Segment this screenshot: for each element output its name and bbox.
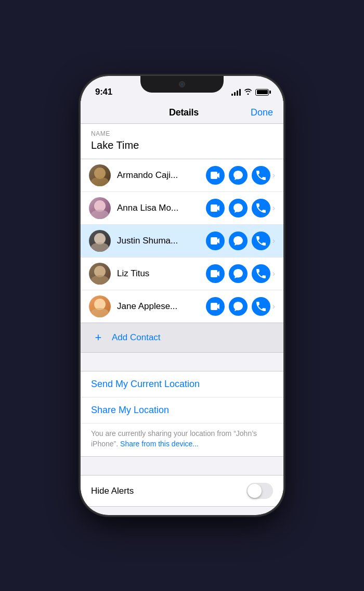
- contact-row[interactable]: Jane Applese...: [81, 290, 283, 323]
- avatar: [89, 230, 111, 252]
- location-note: You are currently sharing your location …: [81, 423, 283, 456]
- contact-name: Anna Lisa Mo...: [117, 203, 206, 213]
- group-name: Lake Time: [91, 139, 273, 151]
- send-location-item[interactable]: Send My Current Location: [81, 371, 283, 397]
- wifi-icon: [244, 88, 252, 96]
- add-contact-label: Add Contact: [112, 332, 161, 343]
- location-note-text: You are currently sharing your location …: [91, 429, 257, 448]
- status-icons: [231, 88, 269, 96]
- contact-name: Jane Applese...: [117, 301, 206, 312]
- video-call-button[interactable]: [206, 232, 225, 250]
- action-icons: [206, 232, 270, 250]
- video-call-button[interactable]: [206, 166, 225, 185]
- contacts-list: Armando Caji...: [81, 159, 283, 323]
- share-from-device-link[interactable]: Share from this device...: [120, 440, 199, 448]
- page-title: Details: [169, 107, 199, 118]
- avatar: [89, 164, 111, 186]
- phone-button[interactable]: [252, 166, 270, 185]
- contact-row[interactable]: Anna Lisa Mo...: [81, 192, 283, 225]
- message-button[interactable]: [229, 199, 248, 217]
- nav-bar: Details Done: [81, 101, 283, 124]
- contact-row[interactable]: Armando Caji...: [81, 159, 283, 192]
- avatar: [89, 197, 111, 219]
- hide-alerts-label: Hide Alerts: [91, 486, 134, 496]
- message-button[interactable]: [229, 166, 248, 185]
- share-location-label: Share My Location: [91, 405, 169, 415]
- chevron-right-icon: ›: [272, 269, 275, 278]
- name-label: NAME: [91, 130, 273, 137]
- contact-row[interactable]: Liz Titus: [81, 258, 283, 290]
- video-call-button[interactable]: [206, 264, 225, 283]
- chevron-right-icon: ›: [272, 171, 275, 180]
- send-location-label: Send My Current Location: [91, 379, 200, 389]
- contact-name: Justin Shuma...: [117, 236, 206, 246]
- video-call-button[interactable]: [206, 199, 225, 217]
- phone-button[interactable]: [252, 264, 270, 283]
- section-separator-2: [81, 457, 283, 475]
- section-separator: [81, 353, 283, 371]
- action-icons: [206, 166, 270, 185]
- hide-alerts-section: Hide Alerts: [81, 475, 283, 507]
- phone-frame: 9:41: [81, 76, 283, 515]
- hide-alerts-toggle[interactable]: [246, 483, 273, 499]
- name-section: NAME Lake Time: [81, 124, 283, 159]
- screen: 9:41: [81, 76, 283, 515]
- phone-button[interactable]: [252, 232, 270, 250]
- message-button[interactable]: [229, 297, 248, 316]
- action-icons: [206, 264, 270, 283]
- contact-name: Liz Titus: [117, 268, 206, 279]
- video-call-button[interactable]: [206, 297, 225, 316]
- notch: [140, 76, 224, 93]
- chevron-right-icon: ›: [272, 236, 275, 246]
- done-button[interactable]: Done: [251, 107, 273, 118]
- status-time: 9:41: [95, 87, 112, 97]
- signal-icon: [231, 88, 241, 96]
- contact-row[interactable]: Justin Shuma...: [81, 225, 283, 258]
- battery-icon: [255, 89, 269, 96]
- phone-button[interactable]: [252, 297, 270, 316]
- chevron-right-icon: ›: [272, 302, 275, 311]
- action-icons: [206, 297, 270, 316]
- add-icon: +: [91, 330, 106, 345]
- add-contact-section[interactable]: + Add Contact: [81, 323, 283, 353]
- toggle-knob: [248, 484, 262, 498]
- message-button[interactable]: [229, 232, 248, 250]
- content: NAME Lake Time Armando Caji...: [81, 124, 283, 511]
- contact-name: Armando Caji...: [117, 170, 206, 181]
- message-button[interactable]: [229, 264, 248, 283]
- location-section: Send My Current Location Share My Locati…: [81, 371, 283, 457]
- front-camera: [179, 81, 185, 87]
- phone-button[interactable]: [252, 199, 270, 217]
- share-location-item[interactable]: Share My Location: [81, 397, 283, 423]
- avatar: [89, 263, 111, 285]
- action-icons: [206, 199, 270, 217]
- avatar: [89, 295, 111, 317]
- chevron-right-icon: ›: [272, 203, 275, 213]
